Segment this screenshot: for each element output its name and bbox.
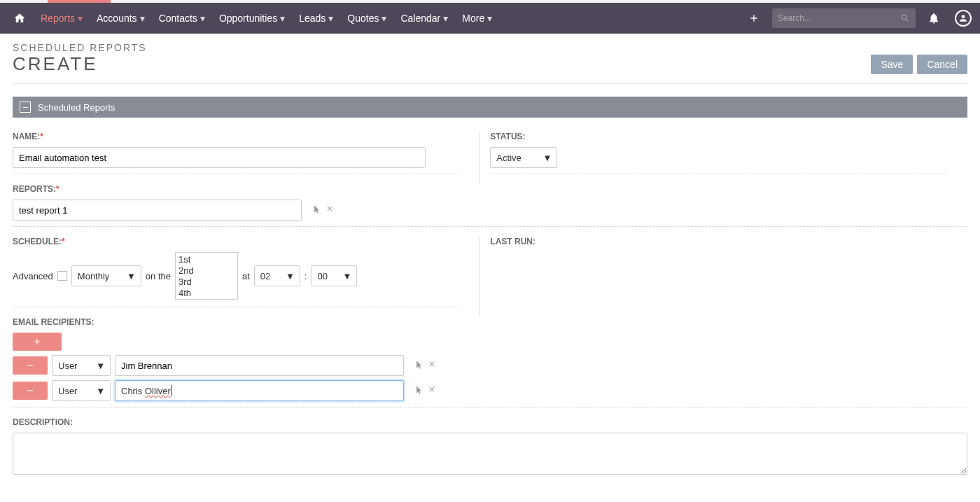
remove-recipient-button[interactable] (13, 382, 48, 400)
recipient-type-select[interactable]: User ▼ (52, 380, 111, 401)
colon-label: : (304, 271, 307, 281)
cancel-button[interactable]: Cancel (917, 55, 967, 74)
nav-contacts[interactable]: Contacts▾ (152, 3, 212, 34)
status-value: Active (496, 153, 521, 163)
clear-record-button[interactable] (428, 385, 436, 397)
recipient-name-input[interactable]: Chris Olliver (115, 380, 404, 401)
description-textarea[interactable] (13, 433, 967, 475)
nav-accounts[interactable]: Accounts▾ (90, 3, 152, 34)
caret-down-icon: ▾ (78, 13, 83, 24)
recipient-row: User ▼ Chris Olliver (13, 380, 967, 401)
nav-item-label: Leads (299, 13, 326, 24)
hour-select[interactable]: 02 ▼ (254, 265, 300, 286)
minute-value: 00 (317, 271, 327, 281)
caret-down-icon: ▾ (443, 13, 448, 24)
save-button[interactable]: Save (871, 55, 913, 74)
caret-down-icon: ▾ (382, 13, 386, 24)
nav-item-label: Quotes (347, 13, 379, 24)
description-label: DESCRIPTION: (13, 417, 967, 427)
add-recipient-button[interactable] (13, 333, 62, 351)
email-recipients-label: EMAIL RECIPIENTS: (13, 317, 967, 327)
nav-item-label: Opportunities (219, 13, 277, 24)
reports-label: REPORTS:* (13, 184, 967, 194)
nav-quotes[interactable]: Quotes▾ (340, 3, 393, 34)
panel-title: Scheduled Reports (38, 102, 115, 113)
search-input[interactable] (778, 13, 900, 23)
clear-record-button[interactable] (428, 360, 436, 372)
recipient-type-select[interactable]: User ▼ (52, 355, 111, 376)
caret-down-icon: ▾ (140, 13, 145, 24)
close-icon (428, 385, 436, 393)
nav-item-label: Contacts (159, 13, 197, 24)
plus-icon (32, 337, 42, 347)
caret-down-icon: ▾ (328, 13, 333, 24)
search-icon (900, 13, 910, 23)
minus-icon (25, 361, 35, 370)
cursor-icon (414, 385, 424, 395)
global-search[interactable] (772, 8, 916, 28)
day-list-select[interactable]: 1st 2nd 3rd 4th (175, 252, 238, 300)
cursor-icon (312, 204, 321, 214)
nav-leads[interactable]: Leads▾ (292, 3, 340, 34)
lastrun-label: LAST RUN: (490, 237, 948, 246)
frequency-select[interactable]: Monthly ▼ (71, 265, 141, 286)
caret-down-icon: ▾ (487, 13, 492, 24)
breadcrumb: SCHEDULED REPORTS (13, 42, 147, 53)
minus-icon (25, 386, 35, 396)
user-menu[interactable] (952, 7, 974, 29)
status-select[interactable]: Active ▼ (490, 147, 557, 168)
select-record-button[interactable] (414, 385, 424, 397)
recipient-type-value: User (58, 386, 77, 396)
on-the-label: on the (146, 271, 171, 281)
panel-header: − Scheduled Reports (13, 97, 967, 118)
nav-item-label: Accounts (97, 13, 137, 24)
close-icon (326, 204, 334, 213)
reports-input[interactable] (13, 200, 302, 221)
day-option[interactable]: 1st (178, 254, 234, 265)
recipient-row: User ▼ (13, 355, 967, 376)
home-icon (13, 12, 26, 25)
name-label: NAME:* (13, 132, 458, 141)
nav-item-label: Calendar (400, 13, 440, 24)
bell-icon (927, 12, 940, 25)
page-title: CREATE (13, 53, 147, 75)
nav-reports[interactable]: Reports▾ (34, 3, 90, 34)
person-icon (958, 13, 968, 23)
plus-icon (748, 13, 760, 24)
caret-down-icon: ▾ (200, 13, 205, 24)
nav-item-label: Reports (41, 13, 75, 24)
quick-create-button[interactable] (743, 7, 765, 29)
minute-select[interactable]: 00 ▼ (311, 265, 357, 286)
cursor-icon (414, 360, 424, 370)
advanced-checkbox[interactable] (57, 271, 67, 281)
nav-opportunities[interactable]: Opportunities▾ (212, 3, 292, 34)
recipient-name-input[interactable] (115, 355, 404, 376)
clear-record-button[interactable] (326, 204, 334, 216)
recipient-type-value: User (58, 361, 77, 371)
notifications-button[interactable] (923, 7, 945, 29)
name-input[interactable] (13, 147, 426, 168)
frequency-value: Monthly (78, 271, 110, 281)
remove-recipient-button[interactable] (13, 356, 48, 375)
day-option[interactable]: 4th (178, 288, 234, 299)
nav-item-label: More (462, 13, 484, 24)
advanced-label: Advanced (13, 271, 53, 281)
at-label: at (242, 271, 250, 281)
text-cursor (172, 385, 172, 396)
nav-more[interactable]: More▾ (455, 3, 499, 34)
close-icon (428, 360, 436, 368)
nav-home[interactable] (6, 3, 34, 34)
caret-down-icon: ▾ (280, 13, 285, 24)
avatar (955, 10, 972, 27)
schedule-label: SCHEDULE:* (13, 237, 458, 246)
select-record-button[interactable] (414, 360, 424, 372)
panel-collapse-toggle[interactable]: − (20, 102, 31, 113)
day-option[interactable]: 2nd (178, 265, 234, 277)
status-label: STATUS: (490, 132, 948, 141)
select-record-button[interactable] (312, 204, 321, 216)
day-option[interactable]: 3rd (178, 277, 234, 288)
hour-value: 02 (260, 271, 270, 281)
nav-calendar[interactable]: Calendar▾ (393, 3, 455, 34)
